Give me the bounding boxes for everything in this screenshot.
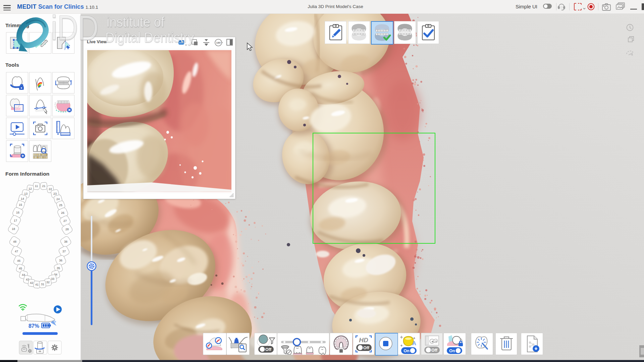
svg-text:13: 13 bbox=[24, 192, 28, 195]
svg-text:21: 21 bbox=[42, 184, 45, 188]
svg-text:23: 23 bbox=[53, 192, 57, 195]
svg-text:A: A bbox=[412, 340, 416, 347]
svg-text:46: 46 bbox=[17, 259, 20, 262]
svg-text:12: 12 bbox=[29, 187, 32, 190]
svg-text:26: 26 bbox=[61, 211, 64, 215]
svg-text:14: 14 bbox=[21, 197, 24, 200]
svg-text:35: 35 bbox=[57, 266, 60, 270]
svg-text:48: 48 bbox=[13, 240, 16, 243]
svg-text:11: 11 bbox=[35, 184, 38, 188]
svg-text:Off: Off bbox=[265, 347, 272, 352]
svg-text:Off: Off bbox=[431, 348, 438, 353]
svg-text:25: 25 bbox=[59, 203, 62, 207]
svg-text:36: 36 bbox=[59, 259, 62, 262]
svg-text:32: 32 bbox=[46, 281, 50, 284]
svg-text:18: 18 bbox=[12, 227, 15, 231]
svg-text:Off: Off bbox=[363, 346, 370, 350]
svg-text:17: 17 bbox=[14, 219, 17, 222]
svg-text:41: 41 bbox=[35, 283, 39, 286]
svg-text:33: 33 bbox=[51, 277, 54, 281]
svg-text:37: 37 bbox=[62, 250, 66, 253]
svg-text:On: On bbox=[404, 349, 409, 353]
svg-text:180: 180 bbox=[216, 41, 221, 44]
svg-text:16: 16 bbox=[16, 211, 19, 214]
svg-text:15: 15 bbox=[19, 203, 22, 206]
svg-text:47: 47 bbox=[15, 250, 18, 253]
svg-text:31: 31 bbox=[41, 283, 44, 286]
svg-text:45: 45 bbox=[19, 267, 22, 270]
svg-text:38: 38 bbox=[64, 240, 67, 243]
svg-text:28: 28 bbox=[65, 228, 69, 231]
svg-text:On: On bbox=[449, 349, 455, 353]
svg-text:42: 42 bbox=[30, 281, 33, 285]
svg-text:HD: HD bbox=[359, 337, 368, 344]
svg-text:22: 22 bbox=[49, 187, 52, 191]
svg-text:27: 27 bbox=[63, 219, 67, 223]
svg-text:87%: 87% bbox=[29, 323, 39, 329]
svg-text:24: 24 bbox=[56, 197, 60, 201]
